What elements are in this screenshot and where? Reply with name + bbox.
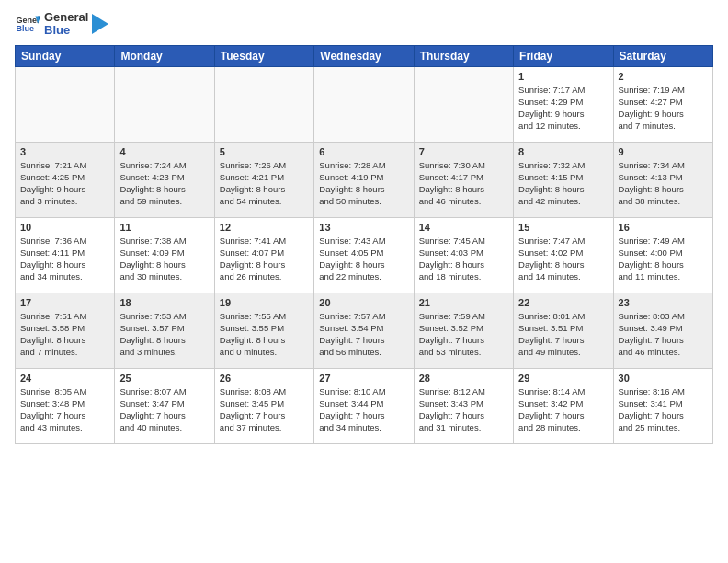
- calendar-header-sunday: Sunday: [16, 45, 115, 66]
- day-info: Sunrise: 8:14 AMSunset: 3:42 PMDaylight:…: [518, 385, 608, 434]
- day-number: 9: [619, 146, 708, 157]
- logo-arrow-icon: [92, 14, 108, 34]
- day-info: Sunrise: 7:34 AMSunset: 4:13 PMDaylight:…: [619, 159, 708, 208]
- logo: General Blue General Blue: [15, 11, 108, 38]
- calendar-cell: 4Sunrise: 7:24 AMSunset: 4:23 PMDaylight…: [115, 142, 214, 217]
- day-number: 19: [220, 297, 309, 308]
- day-number: 14: [419, 222, 508, 233]
- day-number: 7: [419, 146, 508, 157]
- calendar-cell: 16Sunrise: 7:49 AMSunset: 4:00 PMDayligh…: [613, 217, 712, 293]
- calendar-cell: 2Sunrise: 7:19 AMSunset: 4:27 PMDaylight…: [613, 66, 712, 142]
- calendar-cell: 29Sunrise: 8:14 AMSunset: 3:42 PMDayligh…: [514, 368, 613, 443]
- calendar-cell: 24Sunrise: 8:05 AMSunset: 3:48 PMDayligh…: [16, 368, 115, 443]
- day-info: Sunrise: 7:21 AMSunset: 4:25 PMDaylight:…: [20, 159, 109, 208]
- calendar-cell: 19Sunrise: 7:55 AMSunset: 3:55 PMDayligh…: [214, 293, 313, 368]
- day-number: 21: [419, 297, 508, 308]
- day-number: 29: [518, 373, 608, 384]
- calendar-cell: 8Sunrise: 7:32 AMSunset: 4:15 PMDaylight…: [514, 142, 613, 217]
- day-number: 10: [20, 222, 109, 233]
- calendar-header-tuesday: Tuesday: [214, 45, 313, 66]
- header: General Blue General Blue: [15, 11, 713, 38]
- calendar-week-row: 3Sunrise: 7:21 AMSunset: 4:25 PMDaylight…: [16, 142, 713, 217]
- logo-icon: General Blue: [15, 11, 40, 37]
- calendar-cell: 30Sunrise: 8:16 AMSunset: 3:41 PMDayligh…: [613, 368, 712, 443]
- calendar-cell: 14Sunrise: 7:45 AMSunset: 4:03 PMDayligh…: [414, 217, 513, 293]
- calendar-cell: 18Sunrise: 7:53 AMSunset: 3:57 PMDayligh…: [115, 293, 214, 368]
- calendar-cell: 6Sunrise: 7:28 AMSunset: 4:19 PMDaylight…: [314, 142, 414, 217]
- svg-text:Blue: Blue: [16, 25, 34, 34]
- calendar: SundayMondayTuesdayWednesdayThursdayFrid…: [15, 45, 713, 444]
- day-number: 13: [319, 222, 408, 233]
- calendar-header-row: SundayMondayTuesdayWednesdayThursdayFrid…: [16, 45, 713, 66]
- day-info: Sunrise: 7:51 AMSunset: 3:58 PMDaylight:…: [20, 310, 109, 359]
- day-number: 2: [619, 71, 708, 82]
- day-info: Sunrise: 8:07 AMSunset: 3:47 PMDaylight:…: [119, 385, 209, 434]
- day-info: Sunrise: 7:57 AMSunset: 3:54 PMDaylight:…: [319, 310, 408, 359]
- day-number: 17: [20, 297, 109, 308]
- calendar-header-friday: Friday: [514, 45, 613, 66]
- day-number: 8: [518, 146, 608, 157]
- calendar-cell: 5Sunrise: 7:26 AMSunset: 4:21 PMDaylight…: [214, 142, 313, 217]
- day-number: 23: [619, 297, 708, 308]
- day-info: Sunrise: 8:03 AMSunset: 3:49 PMDaylight:…: [619, 310, 708, 359]
- calendar-week-row: 10Sunrise: 7:36 AMSunset: 4:11 PMDayligh…: [16, 217, 713, 293]
- day-number: 5: [220, 146, 309, 157]
- day-number: 25: [119, 373, 209, 384]
- calendar-cell: 10Sunrise: 7:36 AMSunset: 4:11 PMDayligh…: [16, 217, 115, 293]
- calendar-cell: 27Sunrise: 8:10 AMSunset: 3:44 PMDayligh…: [314, 368, 414, 443]
- day-info: Sunrise: 7:49 AMSunset: 4:00 PMDaylight:…: [619, 235, 708, 283]
- calendar-cell: 23Sunrise: 8:03 AMSunset: 3:49 PMDayligh…: [613, 293, 712, 368]
- day-info: Sunrise: 7:41 AMSunset: 4:07 PMDaylight:…: [220, 235, 309, 283]
- calendar-cell: [214, 66, 313, 142]
- day-info: Sunrise: 7:55 AMSunset: 3:55 PMDaylight:…: [220, 310, 309, 359]
- logo-blue: Blue: [44, 24, 88, 37]
- day-number: 22: [518, 297, 608, 308]
- calendar-week-row: 24Sunrise: 8:05 AMSunset: 3:48 PMDayligh…: [16, 368, 713, 443]
- day-info: Sunrise: 8:05 AMSunset: 3:48 PMDaylight:…: [20, 385, 109, 434]
- calendar-cell: [115, 66, 214, 142]
- day-info: Sunrise: 7:47 AMSunset: 4:02 PMDaylight:…: [518, 235, 608, 283]
- calendar-header-wednesday: Wednesday: [314, 45, 414, 66]
- day-number: 30: [619, 373, 708, 384]
- day-number: 28: [419, 373, 508, 384]
- day-number: 27: [319, 373, 408, 384]
- calendar-cell: 11Sunrise: 7:38 AMSunset: 4:09 PMDayligh…: [115, 217, 214, 293]
- day-info: Sunrise: 7:38 AMSunset: 4:09 PMDaylight:…: [119, 235, 209, 283]
- calendar-week-row: 17Sunrise: 7:51 AMSunset: 3:58 PMDayligh…: [16, 293, 713, 368]
- day-info: Sunrise: 8:16 AMSunset: 3:41 PMDaylight:…: [619, 385, 708, 434]
- day-info: Sunrise: 7:43 AMSunset: 4:05 PMDaylight:…: [319, 235, 408, 283]
- calendar-week-row: 1Sunrise: 7:17 AMSunset: 4:29 PMDaylight…: [16, 66, 713, 142]
- day-number: 3: [20, 146, 109, 157]
- day-info: Sunrise: 7:19 AMSunset: 4:27 PMDaylight:…: [619, 84, 708, 132]
- calendar-cell: 21Sunrise: 7:59 AMSunset: 3:52 PMDayligh…: [414, 293, 513, 368]
- day-info: Sunrise: 7:32 AMSunset: 4:15 PMDaylight:…: [518, 159, 608, 208]
- day-number: 16: [619, 222, 708, 233]
- calendar-cell: 25Sunrise: 8:07 AMSunset: 3:47 PMDayligh…: [115, 368, 214, 443]
- svg-marker-4: [92, 14, 108, 34]
- day-info: Sunrise: 7:36 AMSunset: 4:11 PMDaylight:…: [20, 235, 109, 283]
- calendar-cell: 3Sunrise: 7:21 AMSunset: 4:25 PMDaylight…: [16, 142, 115, 217]
- calendar-header-thursday: Thursday: [414, 45, 513, 66]
- day-info: Sunrise: 7:17 AMSunset: 4:29 PMDaylight:…: [518, 84, 608, 132]
- day-info: Sunrise: 8:12 AMSunset: 3:43 PMDaylight:…: [419, 385, 508, 434]
- logo-general: General: [44, 11, 88, 24]
- day-info: Sunrise: 7:45 AMSunset: 4:03 PMDaylight:…: [419, 235, 508, 283]
- day-number: 15: [518, 222, 608, 233]
- calendar-cell: 28Sunrise: 8:12 AMSunset: 3:43 PMDayligh…: [414, 368, 513, 443]
- day-info: Sunrise: 7:59 AMSunset: 3:52 PMDaylight:…: [419, 310, 508, 359]
- calendar-header-monday: Monday: [115, 45, 214, 66]
- calendar-cell: 26Sunrise: 8:08 AMSunset: 3:45 PMDayligh…: [214, 368, 313, 443]
- day-number: 12: [220, 222, 309, 233]
- page: General Blue General Blue SundayMondayTu…: [0, 0, 728, 563]
- calendar-cell: 15Sunrise: 7:47 AMSunset: 4:02 PMDayligh…: [514, 217, 613, 293]
- day-number: 26: [220, 373, 309, 384]
- calendar-cell: 7Sunrise: 7:30 AMSunset: 4:17 PMDaylight…: [414, 142, 513, 217]
- calendar-cell: 12Sunrise: 7:41 AMSunset: 4:07 PMDayligh…: [214, 217, 313, 293]
- calendar-cell: 17Sunrise: 7:51 AMSunset: 3:58 PMDayligh…: [16, 293, 115, 368]
- calendar-cell: 20Sunrise: 7:57 AMSunset: 3:54 PMDayligh…: [314, 293, 414, 368]
- calendar-cell: 13Sunrise: 7:43 AMSunset: 4:05 PMDayligh…: [314, 217, 414, 293]
- calendar-cell: 9Sunrise: 7:34 AMSunset: 4:13 PMDaylight…: [613, 142, 712, 217]
- day-number: 20: [319, 297, 408, 308]
- calendar-cell: [314, 66, 414, 142]
- day-number: 4: [119, 146, 209, 157]
